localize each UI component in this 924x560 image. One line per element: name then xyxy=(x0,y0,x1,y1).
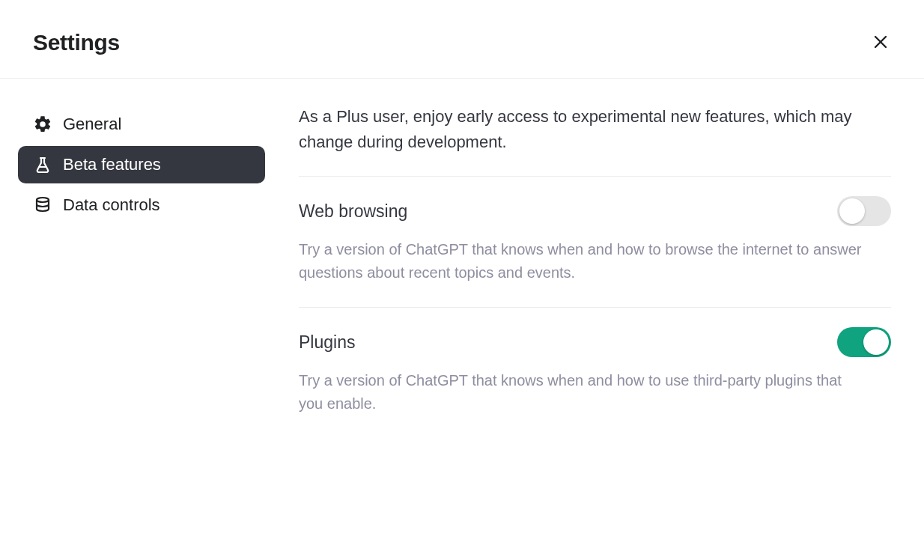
settings-content: As a Plus user, enjoy early access to ex… xyxy=(284,101,891,560)
modal-title: Settings xyxy=(33,30,120,55)
web-browsing-toggle[interactable] xyxy=(837,196,891,226)
modal-header: Settings xyxy=(0,0,924,79)
feature-plugins: Plugins Try a version of ChatGPT that kn… xyxy=(299,307,891,438)
beta-intro-text: As a Plus user, enjoy early access to ex… xyxy=(299,104,891,176)
close-icon xyxy=(872,33,890,53)
svg-point-2 xyxy=(37,198,49,202)
modal-body: General Beta features xyxy=(0,79,924,560)
toggle-knob xyxy=(863,329,889,355)
settings-sidebar: General Beta features xyxy=(18,101,284,560)
sidebar-item-label: Data controls xyxy=(63,195,160,215)
sidebar-item-general[interactable]: General xyxy=(18,106,265,143)
close-button[interactable] xyxy=(870,32,891,53)
sidebar-item-beta-features[interactable]: Beta features xyxy=(18,146,265,183)
gear-icon xyxy=(33,115,52,134)
settings-modal: Settings General xyxy=(0,0,924,560)
feature-description: Try a version of ChatGPT that knows when… xyxy=(299,238,868,284)
feature-header: Plugins xyxy=(299,327,891,357)
plugins-toggle[interactable] xyxy=(837,327,891,357)
toggle-knob xyxy=(839,198,865,224)
feature-header: Web browsing xyxy=(299,196,891,226)
feature-description: Try a version of ChatGPT that knows when… xyxy=(299,369,868,416)
feature-web-browsing: Web browsing Try a version of ChatGPT th… xyxy=(299,176,891,307)
flask-icon xyxy=(33,155,52,174)
feature-title: Web browsing xyxy=(299,201,407,222)
database-icon xyxy=(33,195,52,215)
sidebar-item-label: Beta features xyxy=(63,155,161,174)
feature-title: Plugins xyxy=(299,332,355,353)
sidebar-item-data-controls[interactable]: Data controls xyxy=(18,186,265,224)
sidebar-item-label: General xyxy=(63,115,121,134)
